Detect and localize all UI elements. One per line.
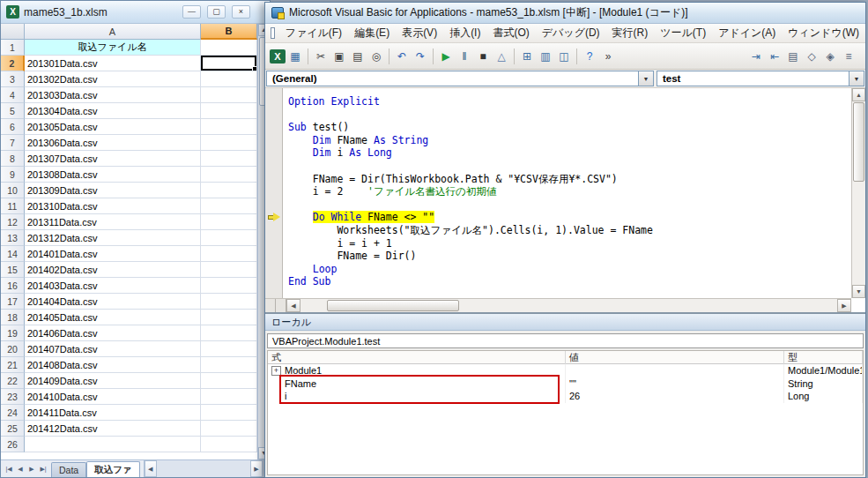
scroll-thumb[interactable] <box>327 300 459 311</box>
row-header-16[interactable]: 16 <box>1 278 25 294</box>
menu-item-8[interactable]: ツール(T) <box>654 24 712 42</box>
scroll-thumb[interactable] <box>853 102 864 182</box>
cell-A9[interactable]: 201308Data.csv <box>25 167 201 183</box>
expand-icon[interactable]: + <box>271 366 281 376</box>
row-header-8[interactable]: 8 <box>1 151 25 167</box>
code-line-13[interactable]: FName = Dir() <box>288 250 851 263</box>
row-header-26[interactable]: 26 <box>1 437 25 452</box>
toolbar-overflow-button[interactable]: » <box>599 48 617 65</box>
margin-indicator-bar[interactable] <box>265 88 283 298</box>
bookmark-next-button[interactable]: ◈ <box>821 48 839 65</box>
last-sheet-icon[interactable]: ▶| <box>38 466 48 473</box>
cell-B3[interactable] <box>201 71 257 87</box>
cell-B10[interactable] <box>201 183 257 198</box>
menu-item-10[interactable]: ウィンドウ(W) <box>782 24 865 42</box>
row-header-12[interactable]: 12 <box>1 214 25 230</box>
object-combo[interactable]: (General) ▼ <box>266 71 654 86</box>
row-header-15[interactable]: 15 <box>1 262 25 278</box>
row-header-10[interactable]: 10 <box>1 183 25 198</box>
row-header-17[interactable]: 17 <box>1 294 25 310</box>
cell-B4[interactable] <box>201 87 257 103</box>
row-header-13[interactable]: 13 <box>1 230 25 246</box>
split-handle[interactable] <box>265 299 276 312</box>
row-header-5[interactable]: 5 <box>1 103 25 119</box>
cell-B16[interactable] <box>201 278 257 294</box>
cell-A15[interactable]: 201402Data.csv <box>25 262 201 278</box>
scroll-up-icon[interactable]: ▲ <box>852 88 865 101</box>
break-button[interactable]: ‖ <box>456 48 473 65</box>
cell-B2[interactable] <box>201 56 257 71</box>
list-properties-button[interactable]: ≡ <box>840 48 857 65</box>
cell-B5[interactable] <box>201 103 257 119</box>
cell-A7[interactable]: 201306Data.csv <box>25 135 201 151</box>
cell-A18[interactable]: 201405Data.csv <box>25 310 201 325</box>
scroll-right-icon[interactable]: ▶ <box>250 460 263 477</box>
cell-B13[interactable] <box>201 230 257 246</box>
horizontal-scrollbar[interactable]: ◀ ▶ <box>144 460 270 477</box>
code-line-1[interactable]: Option Explicit <box>288 95 851 108</box>
cell-B9[interactable] <box>201 167 257 183</box>
menu-item-1[interactable]: ファイル(F) <box>279 24 348 42</box>
indent-button[interactable]: ⇥ <box>747 48 765 65</box>
row-header-7[interactable]: 7 <box>1 135 25 151</box>
cell-A6[interactable]: 201305Data.csv <box>25 119 201 135</box>
procedure-combo[interactable]: test ▼ <box>657 71 864 86</box>
cell-B22[interactable] <box>201 373 257 389</box>
row-header-3[interactable]: 3 <box>1 71 25 87</box>
cell-B11[interactable] <box>201 198 257 214</box>
code-line-8[interactable]: i = 2 'ファイル名書込行の初期値 <box>288 185 851 198</box>
view-excel-button[interactable]: X <box>270 49 286 63</box>
cell-B1[interactable] <box>201 40 257 56</box>
locals-row-1[interactable]: +Module1Module1/Module1 <box>268 364 863 377</box>
row-header-2[interactable]: 2 <box>1 56 25 71</box>
save-button[interactable]: ▦ <box>286 48 304 65</box>
cell-B24[interactable] <box>201 405 257 421</box>
minimize-button[interactable]: — <box>182 5 201 19</box>
row-header-18[interactable]: 18 <box>1 310 25 325</box>
cell-A19[interactable]: 201406Data.csv <box>25 325 201 341</box>
cell-B7[interactable] <box>201 135 257 151</box>
cell-B6[interactable] <box>201 119 257 135</box>
menu-item-2[interactable]: 編集(E) <box>348 24 396 42</box>
cell-A13[interactable]: 201312Data.csv <box>25 230 201 246</box>
code-line-5[interactable]: Dim i As Long <box>288 146 851 160</box>
scroll-left-icon[interactable]: ◀ <box>145 460 157 477</box>
cell-B18[interactable] <box>201 310 257 325</box>
menu-item-5[interactable]: 書式(O) <box>486 24 535 42</box>
locals-col-type[interactable]: 型 <box>784 351 863 364</box>
scroll-right-icon[interactable]: ▶ <box>837 299 851 312</box>
cell-A1[interactable]: 取込ファイル名 <box>25 40 201 56</box>
cell-A12[interactable]: 201311Data.csv <box>25 214 201 230</box>
menu-item-7[interactable]: 実行(R) <box>606 24 655 42</box>
sheet-tab-Data[interactable]: Data <box>51 462 86 477</box>
code-line-3[interactable]: Sub test() <box>288 121 851 134</box>
copy-button[interactable]: ▣ <box>330 48 348 65</box>
cell-B19[interactable] <box>201 325 257 341</box>
project-explorer-button[interactable]: ⊞ <box>518 48 536 65</box>
code-area[interactable]: Option ExplicitSub test() Dim FName As S… <box>283 88 851 298</box>
cell-B17[interactable] <box>201 294 257 310</box>
code-line-2[interactable] <box>288 108 851 122</box>
cell-B12[interactable] <box>201 214 257 230</box>
bookmark-toggle-button[interactable]: ◇ <box>803 48 820 65</box>
locals-row-2[interactable]: FName""String <box>268 377 863 391</box>
cell-A11[interactable]: 201310Data.csv <box>25 198 201 214</box>
sheet-tab-取込ファ[interactable]: 取込ファ <box>86 461 140 477</box>
help-button[interactable]: ? <box>581 48 598 65</box>
close-button[interactable]: × <box>232 5 250 19</box>
comment-block-button[interactable]: ▤ <box>784 48 802 65</box>
column-header-A[interactable]: A <box>25 24 201 40</box>
row-header-24[interactable]: 24 <box>1 405 25 421</box>
cell-A8[interactable]: 201307Data.csv <box>25 151 201 167</box>
code-vertical-scrollbar[interactable]: ▲ ▼ <box>851 88 865 298</box>
properties-window-button[interactable]: ▥ <box>537 48 554 65</box>
next-sheet-icon[interactable]: ▶ <box>26 466 37 473</box>
cell-B15[interactable] <box>201 262 257 278</box>
code-line-12[interactable]: i = i + 1 <box>288 237 851 250</box>
code-line-7[interactable]: FName = Dir(ThisWorkbook.Path & "¥CSV保存用… <box>288 173 851 186</box>
redo-button[interactable]: ↷ <box>412 48 429 65</box>
cell-A25[interactable]: 201412Data.csv <box>25 421 201 437</box>
cell-B25[interactable] <box>201 421 257 437</box>
cell-A21[interactable]: 201408Data.csv <box>25 357 201 373</box>
code-line-9[interactable] <box>288 198 851 212</box>
